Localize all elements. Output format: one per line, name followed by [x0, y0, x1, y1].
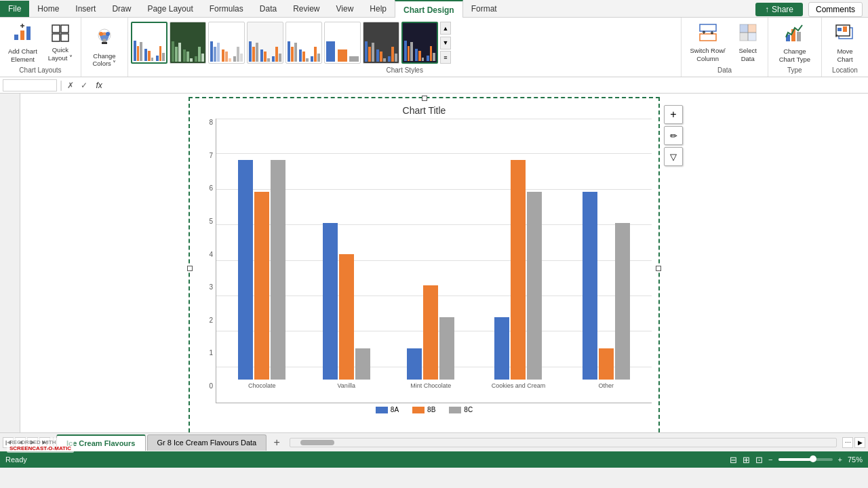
svg-rect-31 — [843, 26, 847, 32]
tab-review[interactable]: Review — [285, 1, 328, 17]
add-sheet-button[interactable]: + — [269, 435, 284, 450]
sheet-tab-gr8-data[interactable]: Gr 8 Ice Cream Flavours Data — [147, 434, 267, 451]
scroll-right-button[interactable]: ▶ — [854, 437, 865, 448]
chart-title[interactable]: Chart Title — [190, 98, 658, 119]
legend-label-8b: 8B — [427, 406, 435, 413]
svg-rect-15 — [700, 34, 716, 41]
chart-style-2[interactable] — [170, 22, 206, 64]
insert-function-button[interactable]: fx — [92, 81, 106, 90]
zoom-slider[interactable] — [778, 458, 833, 461]
chart-style-4[interactable] — [247, 22, 283, 64]
bar-vanilla-8b — [339, 254, 354, 380]
zoom-out-button[interactable]: − — [768, 455, 772, 464]
sheet-nav-prev[interactable]: ◀ — [15, 437, 26, 448]
chart-style-tool[interactable]: ✏ — [664, 126, 683, 145]
resize-handle-right[interactable] — [656, 266, 661, 271]
move-chart-label: MoveChart — [837, 47, 852, 63]
view-normal-button[interactable]: ⊟ — [730, 455, 737, 465]
sheet-nav-last[interactable]: ▶| — [39, 437, 50, 448]
horizontal-scrollbar[interactable] — [290, 438, 837, 447]
category-label-chocolate: Chocolate — [248, 382, 276, 389]
legend-color-8c — [449, 407, 461, 413]
svg-rect-1 — [20, 30, 24, 40]
chart-style-5[interactable] — [285, 22, 322, 64]
bar-mint-8c — [439, 317, 454, 380]
ribbon-tabs-bar: File Home Insert Draw Page Layout Formul… — [0, 0, 868, 18]
chart-container[interactable]: + ✏ ▽ Chart Title 8 7 6 5 4 3 2 1 0 — [189, 97, 660, 432]
sheet-tab-ice-cream-flavours[interactable]: Ice Cream Flavours — [56, 434, 146, 451]
svg-rect-13 — [102, 42, 107, 44]
cancel-formula-button[interactable]: ✗ — [65, 81, 76, 90]
svg-rect-27 — [797, 32, 801, 41]
y-axis-labels: 8 7 6 5 4 3 2 1 0 — [197, 119, 216, 403]
chart-style-8[interactable] — [401, 22, 438, 64]
change-colors-button[interactable]: ChangeColors ˅ — [87, 26, 122, 68]
more-sheets-button[interactable]: ⋯ — [842, 437, 853, 448]
chart-plot-area: 8 7 6 5 4 3 2 1 0 — [197, 119, 652, 403]
bar-other-8c — [615, 223, 630, 380]
change-colors-icon — [94, 27, 115, 49]
spreadsheet-area: + ✏ ▽ Chart Title 8 7 6 5 4 3 2 1 0 — [0, 94, 868, 432]
scroll-more-button[interactable]: ≡ — [440, 51, 451, 64]
sheet-nav-next[interactable]: ▶ — [27, 437, 38, 448]
bar-vanilla-8a — [323, 223, 338, 380]
tab-chartdesign[interactable]: Chart Design — [395, 0, 463, 18]
resize-handle-left[interactable] — [187, 266, 193, 271]
select-data-icon — [738, 23, 757, 44]
chart-style-3[interactable] — [208, 22, 245, 64]
view-page-break-button[interactable]: ⊡ — [755, 455, 763, 465]
tab-draw[interactable]: Draw — [104, 1, 139, 17]
formula-bar: | ✗ ✓ fx — [0, 77, 868, 94]
change-chart-type-button[interactable]: ChangeChart Type — [774, 22, 816, 64]
bar-chocolate-8b — [254, 192, 269, 380]
scroll-down-button[interactable]: ▼ — [440, 37, 451, 49]
accept-formula-button[interactable]: ✓ — [79, 81, 90, 90]
formula-input[interactable] — [108, 79, 865, 92]
bar-vanilla-8c — [355, 348, 370, 380]
resize-handle-top[interactable] — [422, 96, 427, 101]
bar-group-chocolate: Chocolate — [238, 160, 285, 389]
tab-help[interactable]: Help — [361, 1, 395, 17]
bar-chocolate-8a — [238, 160, 253, 380]
type-group: ChangeChart Type Type — [768, 18, 822, 77]
tab-data[interactable]: Data — [252, 1, 285, 17]
add-element-tool[interactable]: + — [664, 105, 683, 124]
chart-style-6[interactable] — [324, 22, 361, 64]
svg-rect-0 — [14, 35, 18, 40]
sheet-nav-first[interactable]: |◀ — [3, 437, 14, 448]
chart-legend: 8A 8B 8C — [190, 403, 658, 416]
chart-filter-tool[interactable]: ▽ — [664, 147, 683, 166]
tab-format[interactable]: Format — [463, 1, 505, 17]
tab-view[interactable]: View — [328, 1, 362, 17]
category-label-mint: Mint Chocolate — [410, 382, 451, 389]
tab-file[interactable]: File — [0, 1, 29, 17]
zoom-in-button[interactable]: + — [838, 455, 842, 464]
scrollbar-thumb[interactable] — [300, 440, 334, 445]
tab-insert[interactable]: Insert — [67, 1, 104, 17]
svg-rect-14 — [700, 24, 716, 31]
scroll-up-button[interactable]: ▲ — [440, 22, 451, 35]
status-right: ⊟ ⊞ ⊡ − + 75% — [730, 455, 863, 465]
add-chart-icon — [13, 22, 32, 46]
tab-home[interactable]: Home — [29, 1, 67, 17]
svg-rect-2 — [26, 26, 31, 40]
bar-cookies-8a — [494, 317, 509, 380]
select-data-button[interactable]: SelectData — [732, 22, 764, 64]
status-ready: Ready — [5, 455, 27, 464]
zoom-slider-thumb[interactable] — [810, 455, 816, 462]
name-box[interactable] — [3, 79, 57, 92]
comments-button[interactable]: Comments — [808, 2, 863, 17]
tab-formulas[interactable]: Formulas — [201, 1, 252, 17]
switch-row-column-button[interactable]: Switch Row/Column — [686, 22, 729, 64]
chart-style-1[interactable] — [131, 22, 167, 64]
bar-other-8a — [583, 192, 597, 380]
move-chart-button[interactable]: MoveChart — [827, 22, 863, 64]
chart-style-7[interactable] — [363, 22, 399, 64]
legend-label-8c: 8C — [464, 406, 473, 413]
add-chart-element-button[interactable]: Add ChartElement — [4, 22, 41, 64]
tab-pagelayout[interactable]: Page Layout — [139, 1, 201, 17]
chart-styles-scroll: ▲ ▼ ≡ — [440, 22, 451, 64]
share-button[interactable]: ↑ Share — [755, 3, 803, 16]
quick-layout-button[interactable]: QuickLayout ˅ — [44, 22, 77, 64]
view-page-layout-button[interactable]: ⊞ — [743, 455, 750, 465]
